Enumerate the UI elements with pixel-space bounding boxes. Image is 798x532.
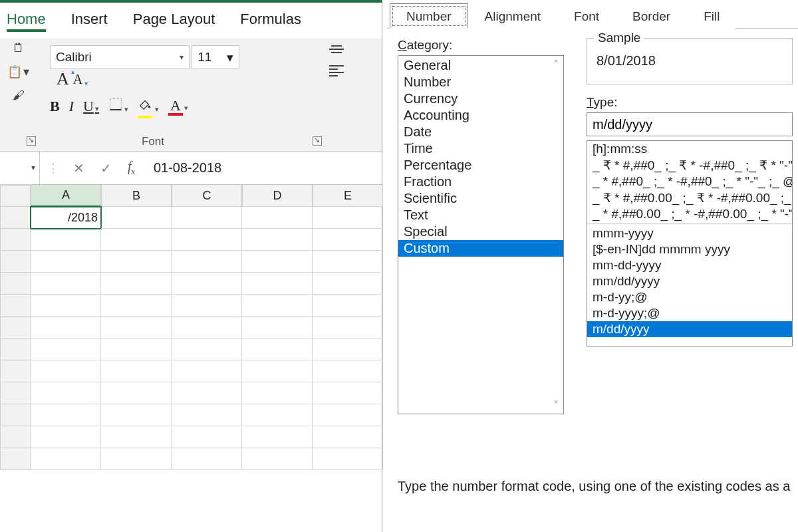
category-item-fraction[interactable]: Fraction [398, 174, 563, 190]
cell[interactable] [242, 229, 313, 251]
cell-a1[interactable]: /2018 [31, 207, 101, 229]
row-header[interactable] [0, 295, 31, 317]
cell[interactable] [101, 338, 172, 360]
scroll-down-icon[interactable]: ˅ [549, 398, 563, 412]
cell[interactable] [242, 404, 313, 426]
row-header[interactable] [0, 382, 31, 404]
cell[interactable] [313, 426, 383, 448]
formula-input[interactable]: 01-08-2018 [142, 152, 382, 184]
type-item[interactable]: m-d-yyyy;@ [587, 305, 792, 321]
cell[interactable] [101, 317, 172, 338]
type-item[interactable]: m-d-yy;@ [587, 289, 792, 305]
cell[interactable] [313, 229, 383, 251]
cell[interactable] [242, 273, 313, 295]
cell[interactable] [242, 251, 313, 273]
underline-button[interactable]: U▾ [83, 98, 99, 115]
select-all-corner[interactable] [0, 185, 31, 207]
type-item[interactable]: mm-dd-yyyy [587, 257, 792, 273]
ribbon-tab-home[interactable]: Home [7, 11, 46, 32]
column-header-a[interactable]: A [31, 185, 101, 207]
font-size-combo[interactable]: 11 ▾ [192, 45, 239, 69]
cell[interactable] [31, 382, 101, 404]
cell[interactable] [313, 251, 383, 273]
cell[interactable] [31, 404, 101, 426]
cell[interactable] [313, 382, 383, 404]
type-item[interactable]: _ ₹ * #,##0_ ;_ ₹ * -#,##0_ ;_ ₹ * "-" [587, 157, 792, 174]
dialog-tab-fill[interactable]: Fill [687, 3, 736, 29]
italic-button[interactable]: I [69, 98, 74, 115]
dialog-tab-alignment[interactable]: Alignment [468, 3, 558, 29]
cell[interactable] [313, 295, 383, 317]
category-item-time[interactable]: Time [398, 140, 563, 157]
column-header-b[interactable]: B [101, 185, 172, 207]
row-header[interactable] [0, 338, 31, 360]
cell[interactable] [242, 382, 313, 404]
cell[interactable] [101, 295, 172, 317]
cell[interactable] [101, 273, 172, 295]
category-item-date[interactable]: Date [398, 124, 563, 140]
ribbon-tab-insert[interactable]: Insert [71, 11, 108, 32]
cancel-icon[interactable]: ✕ [73, 160, 84, 176]
category-item-special[interactable]: Special [398, 223, 563, 240]
align-left-icon[interactable] [329, 65, 344, 76]
column-header-e[interactable]: E [313, 185, 383, 207]
row-header[interactable] [0, 251, 31, 273]
type-item[interactable]: [$-en-IN]dd mmmm yyyy [587, 241, 792, 257]
cell[interactable] [101, 382, 172, 404]
column-header-d[interactable]: D [242, 185, 313, 207]
category-item-percentage[interactable]: Percentage [398, 157, 563, 174]
font-color-button[interactable]: A▾ [168, 97, 188, 116]
cell[interactable] [31, 229, 101, 251]
dialog-tab-border[interactable]: Border [616, 3, 687, 29]
row-header[interactable] [0, 229, 31, 251]
row-header[interactable] [0, 404, 31, 426]
cell[interactable] [31, 295, 101, 317]
cell[interactable] [242, 317, 313, 338]
cell[interactable] [172, 207, 242, 229]
category-item-accounting[interactable]: Accounting [398, 107, 563, 124]
fill-color-button[interactable]: ▾ [138, 97, 159, 116]
type-item[interactable]: _ * #,##0_ ;_ * -#,##0_ ;_ * "-"_ ;_ @ [587, 174, 792, 190]
cell[interactable] [172, 251, 242, 273]
cell[interactable] [31, 251, 101, 273]
cell[interactable] [242, 338, 313, 360]
cell[interactable] [172, 273, 242, 295]
cell[interactable] [31, 338, 101, 360]
bold-button[interactable]: B [50, 98, 60, 115]
ribbon-tab-formulas[interactable]: Formulas [240, 11, 301, 32]
cell[interactable] [313, 404, 383, 426]
cell[interactable] [172, 360, 242, 382]
row-header[interactable] [0, 426, 31, 448]
cell[interactable] [101, 207, 172, 229]
type-item[interactable]: m/dd/yyyy [587, 321, 792, 337]
clipboard-launcher-icon[interactable] [27, 136, 36, 146]
align-middle-icon[interactable] [329, 45, 344, 53]
cell[interactable] [172, 317, 242, 338]
font-launcher-icon[interactable] [313, 136, 322, 146]
category-item-scientific[interactable]: Scientific [398, 190, 563, 207]
cell[interactable] [172, 295, 242, 317]
cell[interactable] [31, 448, 101, 470]
row-header[interactable] [0, 448, 31, 470]
cell[interactable] [31, 360, 101, 382]
cell[interactable] [242, 360, 313, 382]
cell[interactable] [172, 426, 242, 448]
type-item[interactable]: [h]:mm:ss [587, 141, 792, 157]
name-box[interactable]: ▾ [0, 152, 40, 184]
category-list[interactable]: General Number Currency Accounting Date … [398, 55, 564, 414]
category-item-text[interactable]: Text [398, 207, 563, 223]
cell[interactable] [101, 251, 172, 273]
row-header[interactable] [0, 317, 31, 338]
cell[interactable] [172, 448, 242, 470]
increase-font-icon[interactable]: A [57, 69, 69, 89]
cell[interactable] [313, 317, 383, 338]
cell[interactable] [31, 426, 101, 448]
type-item[interactable]: _ ₹ * #,##0.00_ ;_ ₹ * -#,##0.00_ ;_ [587, 190, 792, 206]
row-header[interactable] [0, 207, 31, 229]
cell[interactable] [101, 360, 172, 382]
ribbon-tab-page-layout[interactable]: Page Layout [133, 11, 215, 32]
cell[interactable] [31, 317, 101, 338]
column-header-c[interactable]: C [172, 185, 242, 207]
type-item[interactable]: _ * #,##0.00_ ;_ * -#,##0.00_ ;_ * "-" [587, 206, 792, 222]
scroll-up-icon[interactable]: ˄ [549, 57, 563, 72]
